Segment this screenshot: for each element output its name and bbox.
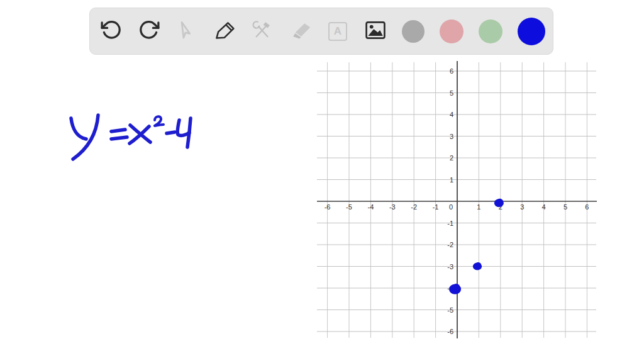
svg-text:-2: -2 — [447, 241, 453, 248]
svg-text:3: 3 — [520, 203, 524, 211]
color-swatch-pink[interactable] — [440, 20, 464, 43]
handwritten-equation — [62, 101, 206, 169]
svg-text:-5: -5 — [346, 203, 352, 211]
svg-text:4: 4 — [450, 111, 453, 118]
svg-text:6: 6 — [585, 203, 589, 211]
eraser-icon — [289, 19, 311, 43]
undo-button[interactable] — [100, 20, 123, 43]
cursor-icon — [177, 20, 197, 42]
svg-text:-1: -1 — [447, 220, 453, 227]
svg-text:-1: -1 — [433, 203, 439, 211]
coordinate-grid[interactable]: -6-5-4-3-2-10123456-6-5-4-3-2-1123456 — [312, 59, 604, 346]
pen-tool-button[interactable] — [213, 20, 236, 43]
redo-icon — [138, 20, 160, 43]
pencil-icon — [213, 19, 236, 43]
text-tool-button[interactable]: A — [326, 20, 349, 43]
equation-ink-strokes — [71, 115, 191, 159]
select-tool-button[interactable] — [175, 20, 198, 43]
axes — [317, 61, 597, 338]
svg-text:0: 0 — [449, 203, 453, 211]
shape-tools-button[interactable] — [251, 20, 274, 43]
svg-text:1: 1 — [450, 176, 453, 184]
svg-text:-2: -2 — [411, 203, 417, 211]
text-icon: A — [328, 22, 347, 41]
svg-text:1: 1 — [477, 203, 480, 211]
color-swatch-blue[interactable] — [518, 18, 545, 45]
image-icon — [364, 19, 387, 43]
tools-icon — [252, 20, 273, 43]
toolbar: A — [89, 8, 553, 55]
svg-text:2: 2 — [450, 154, 453, 162]
grid-lines — [317, 62, 596, 338]
svg-text:-3: -3 — [389, 203, 396, 211]
undo-icon — [101, 20, 122, 43]
whiteboard-canvas[interactable]: A — [0, 0, 644, 351]
svg-text:-3: -3 — [447, 263, 453, 270]
svg-text:-6: -6 — [447, 328, 453, 335]
svg-text:3: 3 — [450, 133, 453, 140]
svg-text:-6: -6 — [325, 203, 331, 211]
color-swatch-gray[interactable] — [402, 20, 425, 43]
eraser-tool-button[interactable] — [289, 20, 311, 43]
svg-text:-5: -5 — [447, 306, 453, 314]
image-tool-button[interactable] — [364, 20, 387, 43]
color-swatch-green[interactable] — [479, 20, 502, 43]
svg-text:5: 5 — [450, 89, 453, 97]
svg-text:6: 6 — [450, 67, 453, 75]
svg-text:-4: -4 — [368, 203, 374, 211]
svg-text:5: 5 — [564, 203, 567, 211]
svg-text:4: 4 — [542, 203, 546, 211]
redo-button[interactable] — [138, 20, 160, 43]
